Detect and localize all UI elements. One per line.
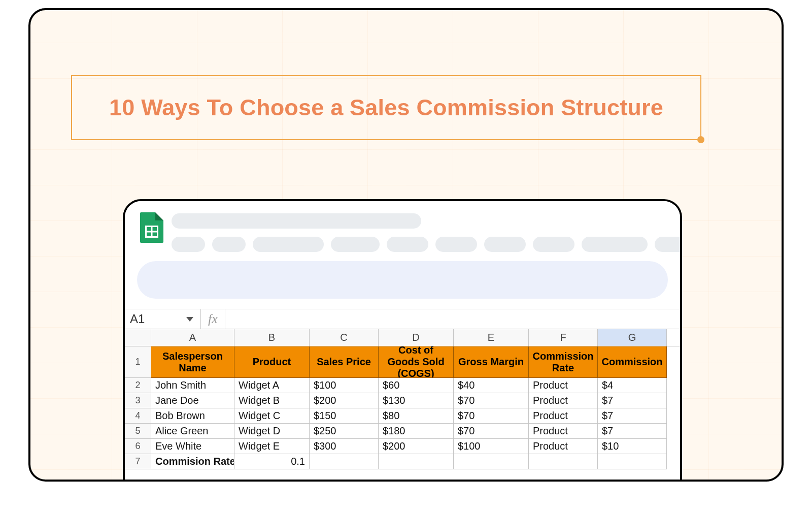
cell[interactable]: $180 (379, 424, 454, 439)
cell[interactable]: Product (529, 424, 598, 439)
cell[interactable]: $60 (379, 378, 454, 393)
cell[interactable]: $100 (310, 378, 379, 393)
cell[interactable]: $250 (310, 424, 379, 439)
name-box-value: A1 (130, 312, 145, 326)
cell[interactable]: Bob Brown (151, 408, 234, 424)
cell[interactable]: Product (529, 408, 598, 424)
header-cell[interactable]: Cost of Goods Sold (COGS) (379, 346, 454, 378)
table-row: 4Bob BrownWidget C$150$80$70Product$7 (125, 408, 680, 424)
cell[interactable]: $7 (598, 393, 667, 408)
col-header-A[interactable]: A (151, 329, 234, 346)
cell[interactable]: Eve White (151, 439, 234, 454)
table-row: 6Eve WhiteWidget E$300$200$100Product$10 (125, 439, 680, 454)
cell[interactable] (379, 454, 454, 469)
cell[interactable]: $40 (454, 378, 529, 393)
column-header-row: A B C D E F G (125, 329, 680, 346)
cell[interactable] (310, 454, 379, 469)
col-header-F[interactable]: F (529, 329, 598, 346)
skeleton-pill (533, 237, 574, 252)
cell[interactable]: $7 (598, 408, 667, 424)
cell[interactable]: $70 (454, 393, 529, 408)
col-header-G[interactable]: G (598, 329, 667, 346)
cell[interactable]: Commision Rate (151, 454, 234, 469)
google-sheets-icon (140, 212, 163, 243)
cell[interactable]: $7 (598, 424, 667, 439)
cell[interactable]: Widget D (234, 424, 310, 439)
select-all-corner[interactable] (125, 329, 151, 346)
header-cell[interactable]: Salesperson Name (151, 346, 234, 378)
cell[interactable]: Jane Doe (151, 393, 234, 408)
cell[interactable]: Alice Green (151, 424, 234, 439)
row-number[interactable]: 5 (125, 424, 151, 439)
cell[interactable]: $4 (598, 378, 667, 393)
skeleton-pill (172, 237, 205, 252)
cell[interactable]: $100 (454, 439, 529, 454)
header-cell[interactable]: Gross Margin (454, 346, 529, 378)
col-header-C[interactable]: C (310, 329, 379, 346)
cell[interactable]: Product (529, 439, 598, 454)
skeleton-pill (484, 237, 526, 252)
cell[interactable]: $70 (454, 408, 529, 424)
row-number[interactable]: 3 (125, 393, 151, 408)
cell[interactable]: $70 (454, 424, 529, 439)
row-number[interactable]: 2 (125, 378, 151, 393)
cell[interactable]: $300 (310, 439, 379, 454)
skeleton-pill (212, 237, 246, 252)
table-header-row: 1 Salesperson Name Product Sales Price C… (125, 346, 680, 378)
row-number[interactable]: 4 (125, 408, 151, 424)
slide-frame: 10 Ways To Choose a Sales Commission Str… (28, 8, 784, 482)
skeleton-title (172, 213, 421, 229)
cell[interactable]: $200 (310, 393, 379, 408)
table-row: 3Jane DoeWidget B$200$130$70Product$7 (125, 393, 680, 408)
slide-title: 10 Ways To Choose a Sales Commission Str… (109, 94, 663, 121)
cell[interactable]: John Smith (151, 378, 234, 393)
skeleton-pill (435, 237, 477, 252)
table-row: 5Alice GreenWidget D$250$180$70Product$7 (125, 424, 680, 439)
col-header-D[interactable]: D (379, 329, 454, 346)
skeleton-pill (253, 237, 324, 252)
caret-down-icon[interactable] (186, 317, 193, 322)
skeleton-pill (331, 237, 380, 252)
cell[interactable]: $10 (598, 439, 667, 454)
cell[interactable]: Product (529, 378, 598, 393)
cell[interactable] (529, 454, 598, 469)
col-header-B[interactable]: B (234, 329, 310, 346)
row-number[interactable]: 6 (125, 439, 151, 454)
header-cell[interactable]: Product (234, 346, 310, 378)
row-number[interactable]: 7 (125, 454, 151, 469)
table-row: 7 Commision Rate 0.1 (125, 454, 680, 469)
skeleton-menu-row (172, 237, 682, 252)
name-box[interactable]: A1 (125, 309, 201, 329)
row-number[interactable]: 1 (125, 346, 151, 378)
formula-input[interactable] (225, 309, 680, 329)
cell[interactable]: Widget E (234, 439, 310, 454)
header-cell[interactable]: Commission Rate (529, 346, 598, 378)
header-cell[interactable]: Sales Price (310, 346, 379, 378)
cell[interactable] (454, 454, 529, 469)
header-cell[interactable]: Commission (598, 346, 667, 378)
skeleton-pill (655, 237, 682, 252)
cell[interactable] (598, 454, 667, 469)
cell[interactable]: Widget C (234, 408, 310, 424)
table-row: 2John SmithWidget A$100$60$40Product$4 (125, 378, 680, 393)
col-header-E[interactable]: E (454, 329, 529, 346)
spreadsheet-header (125, 201, 680, 309)
cell[interactable]: $150 (310, 408, 379, 424)
formula-bar-row: A1 fx (125, 309, 680, 329)
skeleton-pill (582, 237, 648, 252)
spreadsheet-frame: A1 fx A B C D E F G 1 Salesperson Name (123, 199, 682, 482)
title-box[interactable]: 10 Ways To Choose a Sales Commission Str… (71, 75, 701, 140)
skeleton-toolbar (137, 261, 668, 299)
cell[interactable]: $80 (379, 408, 454, 424)
cell[interactable]: $200 (379, 439, 454, 454)
cell[interactable]: $130 (379, 393, 454, 408)
skeleton-pill (387, 237, 428, 252)
selection-handle-icon[interactable] (697, 136, 704, 143)
cell[interactable]: Product (529, 393, 598, 408)
cell[interactable]: 0.1 (234, 454, 310, 469)
cell[interactable]: Widget A (234, 378, 310, 393)
fx-label: fx (201, 309, 225, 329)
cell[interactable]: Widget B (234, 393, 310, 408)
